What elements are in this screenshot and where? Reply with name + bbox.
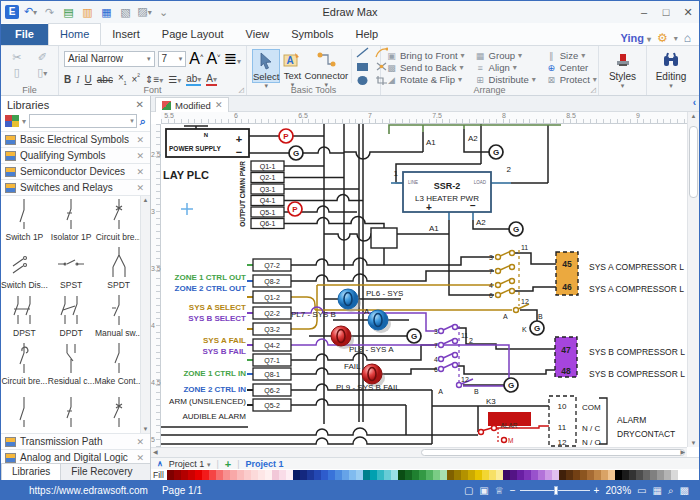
color-swatch[interactable] (531, 470, 538, 480)
menu-tab-file[interactable]: File (1, 24, 48, 45)
terminal-q7-1[interactable]: Q7-1 (253, 354, 291, 366)
home-icon[interactable]: ⌂ (684, 31, 691, 45)
library-item-semiconductor-devices[interactable]: Semiconductor Devices✕ (1, 163, 150, 179)
view-presentation-icon[interactable]: ♕ (495, 485, 504, 496)
ground-terminal[interactable]: G (509, 222, 523, 236)
line-tool-icon[interactable] (356, 47, 369, 58)
scroll-up-icon[interactable]: ▲ (141, 197, 150, 203)
library-item-transmission-path[interactable]: Transmission Path✕ (1, 433, 150, 449)
symbol-switch-1p[interactable]: Switch 1P (1, 196, 48, 244)
collapse-panel-chevron-icon[interactable]: ‹ (693, 97, 696, 108)
color-swatch[interactable] (335, 470, 342, 480)
color-swatch[interactable] (594, 470, 601, 480)
page-selector[interactable]: Project 1 ▾ (169, 459, 211, 469)
color-swatch[interactable] (300, 470, 307, 480)
color-swatch[interactable] (475, 470, 482, 480)
color-swatch[interactable] (601, 470, 608, 480)
color-swatch[interactable] (510, 470, 517, 480)
color-swatch[interactable] (482, 470, 489, 480)
library-close-icon[interactable]: ✕ (136, 135, 144, 145)
color-swatch[interactable] (461, 470, 468, 480)
undo-icon[interactable]: ↶▾ (23, 4, 38, 20)
color-swatch[interactable] (412, 470, 419, 480)
menu-tab-symbols[interactable]: Symbols (280, 24, 344, 45)
color-swatch[interactable] (174, 470, 181, 480)
ssr2-heater-box[interactable] (403, 172, 491, 212)
fit-width-icon[interactable]: ▦ (652, 485, 661, 496)
user-account-button[interactable]: Ying ▾ (620, 32, 651, 44)
terminal-q2-1[interactable]: Q2-1 (251, 173, 284, 183)
fit-page-icon[interactable]: ▭ (637, 485, 646, 496)
arrange-protect[interactable]: ⊠Protect▾ (546, 74, 597, 85)
export-icon[interactable]: ▥ (80, 5, 95, 19)
terminal-q8-1[interactable]: Q8-1 (253, 368, 291, 380)
color-swatch[interactable] (384, 470, 391, 480)
arrange-align[interactable]: ≡Align▾ (475, 62, 536, 73)
menu-tab-view[interactable]: View (235, 24, 281, 45)
color-swatch[interactable] (615, 470, 622, 480)
color-swatch[interactable] (573, 470, 580, 480)
color-swatch[interactable] (202, 470, 209, 480)
color-swatch[interactable] (671, 470, 678, 480)
symbol-manual-sw-[interactable]: Manual sw... (95, 292, 143, 340)
line-spacing-icon[interactable]: ⇕≡▾ (145, 74, 163, 85)
color-swatch[interactable] (244, 470, 251, 480)
arrange-bring-to-front[interactable]: ▣Bring to Front▾ (386, 50, 465, 61)
symbol-switch-dis-[interactable]: Switch Dis... (1, 244, 48, 292)
bold-icon[interactable]: B (64, 74, 71, 85)
settings-dropdown-icon[interactable]: ▾ (674, 34, 678, 43)
relay-coil-box[interactable] (371, 228, 397, 248)
color-swatch[interactable] (265, 470, 272, 480)
symbol-residual-c-[interactable]: Residual c... (48, 340, 95, 388)
terminal-q6-2[interactable]: Q6-2 (253, 384, 291, 396)
terminal-q7-2[interactable]: Q7-2 (253, 259, 291, 271)
editing-button[interactable]: Editing▾ (647, 46, 695, 95)
color-swatch[interactable] (559, 470, 566, 480)
grid-icon[interactable]: ▩ (680, 485, 689, 496)
app-logo-icon[interactable]: E (5, 5, 19, 19)
color-swatch[interactable] (454, 470, 461, 480)
terminal-q3-1[interactable]: Q3-1 (251, 184, 284, 194)
select-tool-button[interactable]: Select▾ (252, 49, 280, 83)
symbol-spst[interactable]: SPST (48, 244, 95, 292)
zoom-slider-thumb[interactable] (554, 486, 558, 495)
color-swatch[interactable] (496, 470, 503, 480)
color-swatch[interactable] (181, 470, 188, 480)
panel-tab-libraries[interactable]: Libraries (1, 464, 61, 480)
ground-terminal[interactable]: G (489, 145, 503, 159)
symbol-partial[interactable] (48, 388, 95, 433)
terminal-q4-1[interactable]: Q4-1 (251, 196, 284, 206)
color-swatch[interactable] (468, 470, 475, 480)
zoom-slider[interactable]: − + (510, 485, 600, 496)
terminal-q5-1[interactable]: Q5-1 (251, 207, 284, 217)
zoom-out-icon[interactable]: − (510, 485, 516, 496)
ground-terminal[interactable]: G (407, 329, 421, 343)
color-swatch[interactable] (629, 470, 636, 480)
color-swatch[interactable] (657, 470, 664, 480)
color-swatch[interactable] (349, 470, 356, 480)
settings-gear-icon[interactable]: ⚙ (657, 31, 668, 45)
search-icon[interactable]: ⌕ (140, 115, 146, 128)
terminal-q8-2[interactable]: Q8-2 (253, 275, 291, 287)
highlight-color-icon[interactable]: ab▾ (186, 73, 201, 86)
color-swatch[interactable] (223, 470, 230, 480)
color-swatch[interactable] (216, 470, 223, 480)
library-item-qualifying-symbols[interactable]: Qualifying Symbols✕ (1, 147, 150, 163)
terminal-q3-2[interactable]: Q3-2 (253, 323, 291, 335)
format-painter-icon[interactable]: ✐ (38, 51, 47, 64)
library-close-icon[interactable]: ✕ (136, 167, 144, 177)
color-swatch[interactable] (188, 470, 195, 480)
add-page-button[interactable]: + (225, 458, 231, 470)
view-pan-icon[interactable]: ▣ (479, 485, 488, 496)
color-swatch[interactable] (363, 470, 370, 480)
symbol-dpdt[interactable]: DPDT (48, 292, 95, 340)
symbol-partial[interactable] (95, 388, 143, 433)
symbol-circuit-bre-[interactable]: Circuit bre... (95, 196, 143, 244)
bullet-list-icon[interactable]: ☰▾ (168, 74, 181, 85)
terminal-q4-2[interactable]: Q4-2 (253, 339, 291, 351)
maximize-button[interactable]: □ (655, 6, 677, 19)
vertical-scrollbar[interactable]: ▲ ▼ (687, 112, 699, 447)
menu-tab-help[interactable]: Help (344, 24, 389, 45)
scroll-up-icon[interactable]: ▲ (688, 113, 699, 119)
document-tab-modified[interactable]: Modified ✕ (155, 97, 229, 112)
